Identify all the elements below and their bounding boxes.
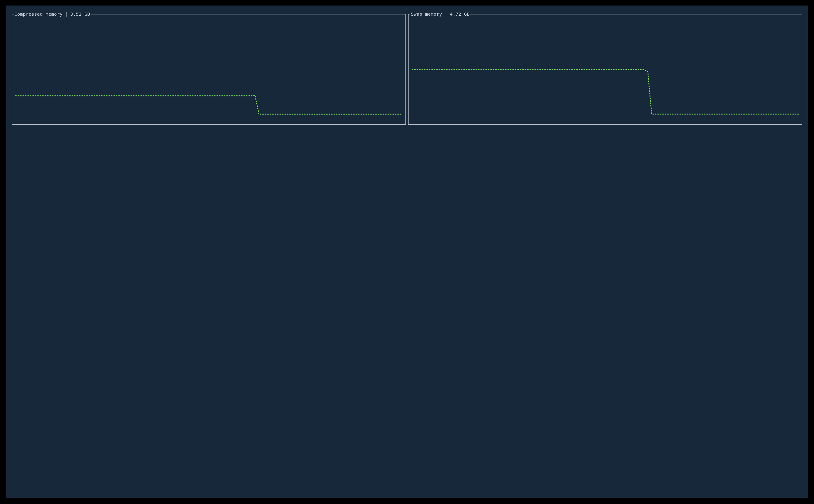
plot-svg-swap bbox=[409, 14, 802, 124]
plot-svg-compressed bbox=[12, 14, 405, 124]
panels-row: Compressed memory | 3.52 GB Swap memory … bbox=[6, 6, 808, 125]
panel-compressed-memory: Compressed memory | 3.52 GB bbox=[12, 14, 406, 125]
chart-line bbox=[16, 95, 402, 114]
panel-swap-memory: Swap memory | 4.72 GB bbox=[408, 14, 802, 125]
plot-compressed bbox=[12, 14, 405, 124]
terminal-screen: Compressed memory | 3.52 GB Swap memory … bbox=[6, 6, 808, 498]
plot-swap bbox=[409, 14, 802, 124]
chart-line bbox=[412, 70, 798, 114]
